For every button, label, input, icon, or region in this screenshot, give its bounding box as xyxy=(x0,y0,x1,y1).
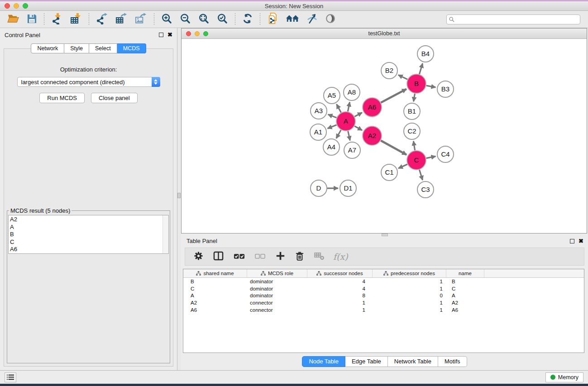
zoom-fit-button[interactable] xyxy=(195,12,213,27)
node-B[interactable]: B xyxy=(407,74,426,93)
node-B4[interactable]: B4 xyxy=(417,46,434,62)
delete-row-button[interactable] xyxy=(291,250,308,263)
zoom-out-button[interactable] xyxy=(176,12,195,27)
node-A4[interactable]: A4 xyxy=(323,139,339,155)
hide-elements-button[interactable] xyxy=(303,12,321,27)
close-panel-icon[interactable]: ✖ xyxy=(167,33,172,37)
export-table-button[interactable] xyxy=(112,12,131,27)
node-A3[interactable]: A3 xyxy=(311,103,327,119)
edge-C-C4[interactable] xyxy=(426,156,436,158)
zoom-window-button[interactable] xyxy=(23,3,28,9)
table-close-panel-icon[interactable]: ✖ xyxy=(578,239,583,243)
export-image-button[interactable] xyxy=(131,12,151,27)
tab-mcds[interactable]: MCDS xyxy=(117,43,146,53)
tab-network[interactable]: Network xyxy=(31,43,64,53)
result-item[interactable]: A6 xyxy=(10,246,168,253)
node-A2[interactable]: A2 xyxy=(363,126,382,145)
node-B3[interactable]: B3 xyxy=(437,81,454,97)
float-panel-icon[interactable] xyxy=(159,33,163,37)
net-zoom-button[interactable] xyxy=(203,31,208,36)
tab-motifs[interactable]: Motifs xyxy=(438,356,467,367)
node-A7[interactable]: A7 xyxy=(344,142,360,158)
function-builder-button[interactable]: f(x) xyxy=(330,252,351,262)
node-C[interactable]: C xyxy=(407,151,426,170)
settings-button[interactable] xyxy=(190,250,207,263)
columns-button[interactable] xyxy=(209,250,228,263)
save-button[interactable] xyxy=(23,13,41,26)
deselect-all-button[interactable] xyxy=(251,251,270,262)
column-header-predecessor-nodes[interactable]: predecessor nodes xyxy=(373,269,446,277)
node-B1[interactable]: B1 xyxy=(404,103,420,119)
table-row[interactable]: Adominator80A xyxy=(183,292,584,300)
show-hidden-button[interactable] xyxy=(321,12,339,26)
node-D1[interactable]: D1 xyxy=(340,180,356,196)
edge-A2-C[interactable] xyxy=(381,141,406,155)
zoom-selected-button[interactable] xyxy=(213,12,232,27)
open-file-button[interactable] xyxy=(4,12,23,26)
tab-select[interactable]: Select xyxy=(89,43,117,53)
node-C4[interactable]: C4 xyxy=(437,146,454,162)
panel-splitter[interactable] xyxy=(177,28,181,370)
clone-network-button[interactable] xyxy=(263,12,282,27)
edge-A-A5[interactable] xyxy=(337,104,341,112)
network-canvas[interactable]: AA1A2A3A4A5A6A7A8BB1B2B3B4CC1C2C3C4DD1 xyxy=(182,39,587,233)
node-A5[interactable]: A5 xyxy=(324,87,340,104)
table-row[interactable]: Cdominator41C xyxy=(183,285,584,292)
edge-B-B1[interactable] xyxy=(414,94,415,102)
edge-A-A7[interactable] xyxy=(348,131,350,140)
add-row-button[interactable] xyxy=(272,250,289,263)
edge-A-A8[interactable] xyxy=(348,102,349,112)
table-row[interactable]: Bdominator41B xyxy=(183,278,584,285)
memory-button[interactable]: Memory xyxy=(545,372,583,382)
result-item[interactable]: B xyxy=(10,231,168,238)
edge-A-A4[interactable] xyxy=(336,130,341,138)
edge-C-C2[interactable] xyxy=(413,141,415,151)
edge-B-B2[interactable] xyxy=(398,75,407,80)
column-header-shared-name[interactable]: shared name xyxy=(183,269,247,277)
close-window-button[interactable] xyxy=(5,3,10,9)
zoom-in-button[interactable] xyxy=(158,12,176,27)
edge-A6-B[interactable] xyxy=(381,89,406,103)
edge-A-A2[interactable] xyxy=(354,126,362,130)
tab-style[interactable]: Style xyxy=(64,43,89,53)
select-all-button[interactable] xyxy=(229,251,249,263)
result-item[interactable]: C xyxy=(10,238,168,246)
node-C3[interactable]: C3 xyxy=(417,181,434,198)
edge-C-C3[interactable] xyxy=(419,170,422,180)
edge-A-A3[interactable] xyxy=(328,114,337,118)
node-A1[interactable]: A1 xyxy=(310,124,326,140)
close-panel-button[interactable]: Close panel xyxy=(91,93,138,103)
first-neighbors-button[interactable] xyxy=(282,12,303,26)
net-close-button[interactable] xyxy=(186,31,191,36)
edge-B-B3[interactable] xyxy=(426,86,436,87)
edge-B-B4[interactable] xyxy=(419,63,422,74)
node-B2[interactable]: B2 xyxy=(381,62,397,79)
mcds-result-list[interactable]: A2ABCA6 xyxy=(8,215,169,254)
tab-node-table[interactable]: Node Table xyxy=(302,356,345,367)
net-minimize-button[interactable] xyxy=(195,31,200,36)
horizontal-splitter-grip[interactable] xyxy=(382,234,388,236)
task-history-button[interactable] xyxy=(5,372,16,382)
node-A[interactable]: A xyxy=(336,112,355,131)
result-item[interactable]: A2 xyxy=(10,216,168,224)
tab-edge-table[interactable]: Edge Table xyxy=(345,356,388,367)
result-item[interactable]: A xyxy=(10,224,168,231)
edge-C-C1[interactable] xyxy=(398,164,407,168)
splitter-grip[interactable] xyxy=(177,193,181,198)
column-header-MCDS-role[interactable]: MCDS role xyxy=(247,269,307,277)
refresh-button[interactable] xyxy=(239,12,257,26)
result-scrollbar[interactable] xyxy=(163,215,168,253)
export-network-button[interactable] xyxy=(92,12,112,27)
column-header-successor-nodes[interactable]: successor nodes xyxy=(307,269,373,277)
import-table-button[interactable] xyxy=(67,12,86,27)
node-C1[interactable]: C1 xyxy=(381,164,397,181)
optimization-criterion-select[interactable]: largest connected component (directed) xyxy=(17,77,160,87)
tab-network-table[interactable]: Network Table xyxy=(388,356,438,367)
import-network-button[interactable] xyxy=(48,12,67,27)
node-C2[interactable]: C2 xyxy=(404,123,420,139)
table-row[interactable]: A2connector11A2 xyxy=(183,299,584,306)
table-float-panel-icon[interactable] xyxy=(570,239,574,243)
node-A6[interactable]: A6 xyxy=(363,98,382,117)
edge-A-A1[interactable] xyxy=(327,125,336,129)
minimize-window-button[interactable] xyxy=(14,3,19,9)
